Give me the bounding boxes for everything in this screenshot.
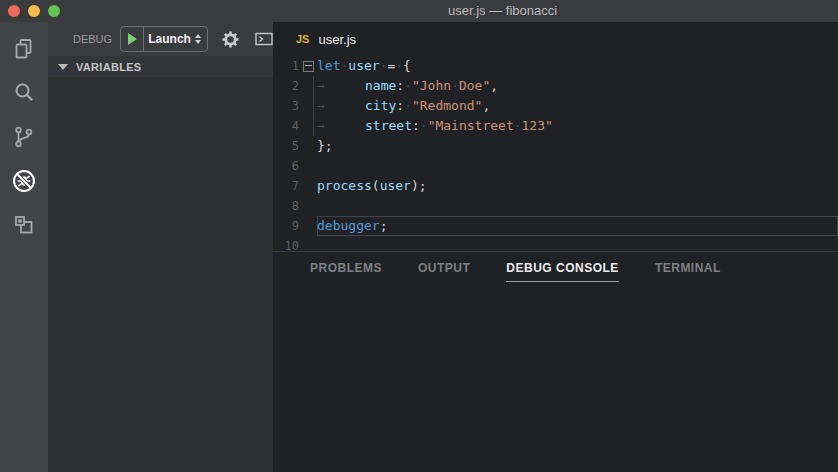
fold-column: [299, 96, 317, 116]
launch-config-value: Launch: [144, 32, 195, 46]
line-number[interactable]: 3: [273, 96, 299, 116]
code-token: user: [380, 178, 411, 193]
variables-section-label: VARIABLES: [76, 61, 141, 73]
whitespace-tab-icon: →: [317, 116, 365, 136]
line-number[interactable]: 8: [273, 196, 299, 216]
javascript-file-icon: JS: [296, 33, 309, 45]
window-title: user.js — fibonacci: [448, 0, 557, 22]
code-token: {: [403, 58, 411, 73]
panel-tab-problems[interactable]: PROBLEMS: [310, 261, 382, 282]
code-token: :: [396, 78, 404, 93]
code-token: ·: [420, 118, 428, 133]
code-token: ·: [451, 78, 459, 93]
panel-tab-bar: PROBLEMSOUTPUTDEBUG CONSOLETERMINAL: [273, 252, 838, 282]
editor-tab-bar: JS user.js: [273, 22, 838, 56]
section-expand-icon[interactable]: [58, 64, 68, 70]
launch-config-dropdown[interactable]: Launch: [120, 26, 208, 52]
code-line: 9debugger;: [273, 216, 838, 236]
code-token: "Mainstreet: [428, 118, 514, 133]
search-icon[interactable]: [0, 71, 48, 115]
code-token: "John: [412, 78, 451, 93]
code-text[interactable]: debugger;: [317, 216, 838, 236]
variables-section-header[interactable]: VARIABLES: [48, 56, 273, 77]
code-token: city: [365, 98, 396, 113]
panel-tab-debug-console[interactable]: DEBUG CONSOLE: [506, 261, 619, 282]
fold-column: [299, 116, 317, 136]
code-token: debugger: [317, 218, 380, 233]
zoom-window-button[interactable]: [48, 5, 60, 17]
line-number[interactable]: 10: [273, 236, 299, 251]
line-number[interactable]: 7: [273, 176, 299, 196]
start-debug-icon[interactable]: [128, 33, 137, 45]
window-controls: [0, 5, 60, 17]
debug-toolbar: DEBUG Launch: [48, 22, 273, 56]
code-line: 5};: [273, 136, 838, 156]
code-line: 8: [273, 196, 838, 216]
code-token: user: [348, 58, 379, 73]
variables-list: [48, 77, 273, 472]
code-line: 10: [273, 236, 838, 251]
debug-sidebar: DEBUG Launch: [48, 22, 273, 472]
code-token: "Redmond": [412, 98, 482, 113]
debug-icon[interactable]: [0, 159, 48, 203]
bottom-panel: PROBLEMSOUTPUTDEBUG CONSOLETERMINAL: [273, 251, 838, 472]
fold-column: [299, 216, 317, 236]
line-number[interactable]: 6: [273, 156, 299, 176]
fold-column: [299, 236, 317, 251]
code-text[interactable]: [317, 196, 838, 216]
code-token: ;: [380, 218, 388, 233]
code-line: 6: [273, 156, 838, 176]
titlebar: user.js — fibonacci: [0, 0, 838, 22]
code-token: );: [411, 178, 427, 193]
tab-label: user.js: [318, 32, 356, 47]
code-token: :: [396, 98, 404, 113]
fold-icon[interactable]: [299, 56, 317, 76]
code-text[interactable]: let·user·=·{: [317, 56, 838, 76]
code-text[interactable]: →street:·"Mainstreet·123": [317, 116, 838, 136]
code-token: (: [372, 178, 380, 193]
line-number[interactable]: 2: [273, 76, 299, 96]
panel-tab-output[interactable]: OUTPUT: [418, 261, 470, 282]
dropdown-stepper-icon: [195, 34, 201, 44]
code-token: };: [317, 138, 333, 153]
line-number[interactable]: 4: [273, 116, 299, 136]
code-line: 1let·user·=·{: [273, 56, 838, 76]
tab-user-js[interactable]: JS user.js: [273, 22, 356, 56]
code-line: 4→street:·"Mainstreet·123": [273, 116, 838, 136]
extensions-icon[interactable]: [0, 203, 48, 247]
configure-gear-icon[interactable]: [221, 30, 240, 49]
whitespace-tab-icon: →: [317, 96, 365, 116]
fold-column: [299, 76, 317, 96]
code-text[interactable]: process(user);: [317, 176, 838, 196]
open-debug-console-icon[interactable]: [255, 32, 273, 46]
activity-bar: [0, 22, 48, 472]
code-token: street: [365, 118, 412, 133]
vscode-window: user.js — fibonacci: [0, 0, 838, 472]
code-token: :: [412, 118, 420, 133]
line-number[interactable]: 9: [273, 216, 299, 236]
fold-column: [299, 176, 317, 196]
panel-tab-terminal[interactable]: TERMINAL: [655, 261, 721, 282]
code-text[interactable]: →name:·"John·Doe",: [317, 76, 838, 96]
fold-column: [299, 196, 317, 216]
code-token: ·: [404, 98, 412, 113]
fold-column: [299, 136, 317, 156]
minimize-window-button[interactable]: [28, 5, 40, 17]
line-number[interactable]: 5: [273, 136, 299, 156]
editor-group: JS user.js 1let·user·=·{2→name:·"John·Do…: [273, 22, 838, 472]
debug-console-body: [273, 282, 838, 472]
code-text[interactable]: };: [317, 136, 838, 156]
code-text[interactable]: [317, 236, 838, 251]
editor-code-area[interactable]: 1let·user·=·{2→name:·"John·Doe",3→city:·…: [273, 56, 838, 251]
close-window-button[interactable]: [8, 5, 20, 17]
code-text[interactable]: →city:·"Redmond",: [317, 96, 838, 116]
code-line: 2→name:·"John·Doe",: [273, 76, 838, 96]
code-token: let: [317, 58, 340, 73]
fold-column: [299, 156, 317, 176]
code-token: ·: [514, 118, 522, 133]
code-text[interactable]: [317, 156, 838, 176]
line-number[interactable]: 1: [273, 56, 299, 76]
explorer-icon[interactable]: [0, 27, 48, 71]
source-control-icon[interactable]: [0, 115, 48, 159]
code-token: name: [365, 78, 396, 93]
